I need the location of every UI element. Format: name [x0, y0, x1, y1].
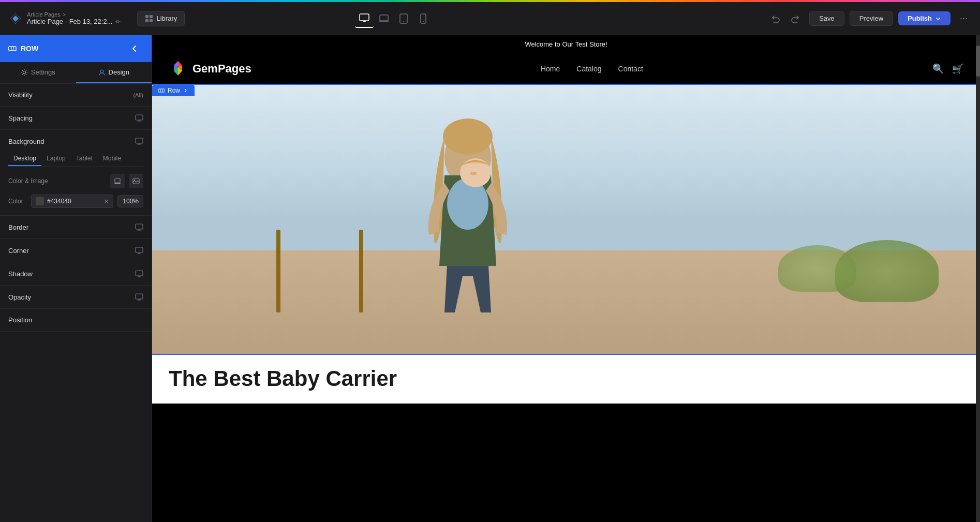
article-title: The Best Baby Carrier: [169, 366, 963, 391]
scrollbar-thumb: [976, 46, 980, 77]
device-desktop-button[interactable]: [355, 9, 374, 28]
svg-point-10: [403, 21, 404, 22]
image-upload-button[interactable]: [129, 174, 143, 188]
tablet-icon: [398, 13, 409, 24]
row-badge[interactable]: Row: [152, 85, 195, 96]
svg-rect-20: [115, 178, 120, 183]
color-picker-button[interactable]: [110, 174, 125, 188]
background-title: Background: [8, 138, 44, 145]
save-button[interactable]: Save: [809, 11, 844, 26]
position-title: Position: [8, 316, 32, 324]
settings-icon: [21, 69, 28, 76]
settings-tab-label: Settings: [31, 68, 55, 76]
shadow-section: Shadow: [0, 262, 152, 286]
color-hex-value: #434040: [47, 198, 101, 205]
left-panel: ROW Settings Desi: [0, 35, 152, 522]
library-button[interactable]: Library: [137, 11, 185, 26]
color-image-row: Color & Image: [8, 174, 143, 188]
opacity-input[interactable]: 100%: [117, 195, 143, 207]
search-nav-icon[interactable]: 🔍: [932, 63, 944, 74]
svg-rect-13: [9, 47, 16, 51]
border-title: Border: [8, 223, 28, 231]
spacing-section-header[interactable]: Spacing: [8, 114, 143, 122]
store-logo-text: GemPages: [192, 62, 251, 76]
store-banner: Welcome to Our Test Store!: [152, 35, 980, 53]
svg-point-12: [423, 21, 424, 22]
device-laptop-button[interactable]: [375, 9, 393, 28]
chevron-down-icon: [935, 16, 941, 22]
color-image-label: Color & Image: [8, 177, 48, 185]
color-swatch-input[interactable]: #434040 ✕: [31, 195, 113, 208]
svg-rect-19: [136, 138, 143, 143]
device-mobile-button[interactable]: [414, 9, 433, 28]
nav-link-home[interactable]: Home: [541, 65, 560, 73]
row-indicator: Row: [152, 85, 195, 96]
undo-button[interactable]: [767, 10, 784, 27]
svg-rect-24: [136, 224, 143, 229]
library-icon: [145, 14, 153, 23]
nav-link-contact[interactable]: Contact: [618, 65, 643, 73]
hero-section: [152, 85, 980, 354]
background-section: Background Desktop Laptop Tablet Mobile …: [0, 130, 152, 216]
border-section-header[interactable]: Border: [8, 223, 143, 231]
opacity-section-header[interactable]: Opacity: [8, 293, 143, 301]
svg-point-23: [135, 180, 136, 181]
visibility-badge: (All): [133, 92, 143, 98]
logo-area: Article Pages > Article Page - Feb 13, 2…: [8, 11, 121, 26]
main-layout: ROW Settings Desi: [0, 35, 980, 522]
row-arrow-icon: [183, 88, 188, 93]
page-title: Article Page - Feb 13, 22:2...: [27, 18, 112, 25]
svg-point-17: [100, 70, 103, 73]
svg-rect-4: [150, 15, 153, 18]
breadcrumb-parent[interactable]: Article Pages: [27, 11, 61, 18]
corner-section-header[interactable]: Corner: [8, 246, 143, 255]
svg-rect-6: [150, 19, 153, 22]
edit-icon[interactable]: ✏: [115, 18, 121, 25]
color-swatch: [36, 197, 44, 205]
header-toolbar: Article Pages > Article Page - Feb 13, 2…: [0, 2, 980, 35]
publish-button[interactable]: Publish: [898, 11, 951, 25]
svg-rect-18: [136, 115, 143, 120]
more-options-button[interactable]: ···: [956, 11, 972, 26]
position-section: Position: [0, 309, 152, 332]
nav-link-catalog[interactable]: Catalog: [576, 65, 601, 73]
breadcrumb-top: Article Pages >: [27, 11, 121, 18]
hero-figure-svg: [364, 85, 602, 354]
cart-nav-icon[interactable]: 🛒: [952, 63, 963, 74]
canvas-row-wrapper: Row: [152, 85, 980, 404]
fence-post-1: [276, 230, 280, 312]
store-logo: GemPages: [169, 59, 251, 78]
fence-post-2: [359, 230, 363, 312]
bg-tab-mobile[interactable]: Mobile: [98, 152, 126, 166]
background-section-header: Background: [8, 137, 143, 145]
corner-title: Corner: [8, 247, 29, 255]
color-clear-button[interactable]: ✕: [104, 198, 109, 205]
redo-button[interactable]: [786, 10, 804, 27]
preview-button[interactable]: Preview: [850, 11, 893, 26]
position-section-header[interactable]: Position: [8, 316, 143, 324]
svg-rect-21: [114, 183, 121, 184]
image-icon: [132, 177, 140, 185]
bg-tab-laptop[interactable]: Laptop: [41, 152, 71, 166]
svg-point-16: [23, 71, 25, 73]
tab-design[interactable]: Design: [76, 62, 152, 83]
opacity-device-icon: [135, 293, 143, 301]
shadow-section-header[interactable]: Shadow: [8, 270, 143, 278]
bg-tab-tablet[interactable]: Tablet: [71, 152, 98, 166]
canvas-scrollbar[interactable]: [976, 35, 980, 522]
row-grid-icon: [8, 44, 17, 53]
background-device-icon: [135, 137, 143, 145]
breadcrumb-sep: >: [63, 11, 66, 18]
panel-back-button[interactable]: [126, 40, 143, 57]
device-group: [355, 9, 433, 28]
device-tablet-button[interactable]: [394, 9, 413, 28]
app-logo-icon: [8, 11, 23, 26]
design-tab-label: Design: [109, 68, 129, 76]
row-grid-small-icon: [158, 87, 165, 94]
tab-settings[interactable]: Settings: [0, 62, 76, 83]
panel-title: ROW: [21, 44, 38, 53]
panel-header: ROW: [0, 35, 152, 62]
visibility-section-header[interactable]: Visibility (All): [8, 91, 143, 99]
canvas-area: Welcome to Our Test Store!: [152, 35, 980, 522]
bg-tab-desktop[interactable]: Desktop: [8, 152, 41, 166]
